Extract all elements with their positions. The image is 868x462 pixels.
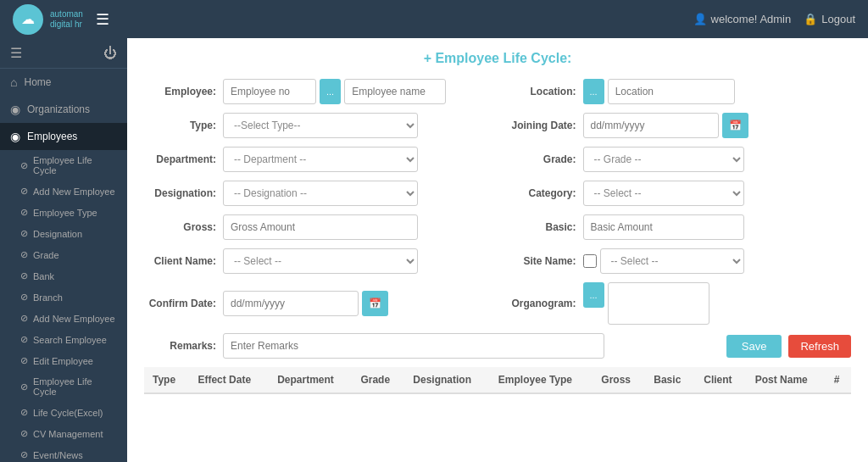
type-label: Type: [144, 120, 216, 131]
main-layout: ☰ ⏻ ⌂ Home ◉ Organizations ◉ Employees ⊘… [0, 38, 868, 462]
col-gross: Gross [593, 367, 645, 393]
brand-logo-image: ☁ [13, 4, 43, 35]
client-name-select[interactable]: -- Select -- [223, 248, 418, 274]
content-area: + Employee Life Cycle: Employee: ... Loc… [127, 38, 868, 462]
site-name-input-group: -- Select -- [583, 248, 744, 274]
sidebar-item-grade[interactable]: ⊘ Grade [0, 244, 127, 265]
location-btn[interactable]: ... [583, 79, 604, 104]
site-name-select[interactable]: -- Select -- [600, 248, 744, 274]
sidebar-item-branch[interactable]: ⊘ Branch [0, 287, 127, 308]
form-title: + Employee Life Cycle: [144, 51, 851, 66]
employee-no-btn[interactable]: ... [320, 79, 341, 104]
content-wrapper: + Employee Life Cycle: Employee: ... Loc… [144, 51, 851, 394]
logout-label: Logout [821, 13, 855, 25]
form-row-type-joining: Type: --Select Type-- Joining Date: 📅 [144, 113, 851, 138]
sidebar-item-employee-type[interactable]: ⊘ Employee Type [0, 202, 127, 223]
sidebar-item-bank[interactable]: ⊘ Bank [0, 265, 127, 287]
category-label: Category: [504, 187, 576, 199]
grade-select[interactable]: -- Grade -- [583, 147, 744, 172]
sidebar-item-edit-employee[interactable]: ⊘ Edit Employee [0, 350, 127, 371]
table-header-row: Type Effect Date Department Grade Design… [144, 367, 851, 393]
ane-icon: ⊘ [20, 186, 28, 197]
form-group-joining-date: Joining Date: 📅 [504, 113, 852, 138]
sidebar-item-add-new-employee[interactable]: ⊘ Add New Employee [0, 181, 127, 202]
basic-input[interactable] [583, 214, 744, 240]
sidebar-item-home[interactable]: ⌂ Home [0, 69, 127, 96]
col-grade: Grade [352, 367, 404, 393]
site-name-label: Site Name: [504, 255, 576, 267]
se-icon: ⊘ [20, 334, 28, 345]
joining-date-cal-button[interactable]: 📅 [722, 113, 748, 138]
organogram-btn[interactable]: ... [583, 282, 604, 308]
sidebar-employees-label: Employees [27, 131, 77, 142]
col-hash: # [826, 367, 851, 393]
sidebar-item-employee-life-cycle2[interactable]: ⊘ Employee Life Cycle [0, 371, 127, 402]
lock-icon: 🔒 [804, 13, 817, 25]
sidebar-organizations-label: Organizations [27, 103, 90, 115]
sidebar-item-add-new-employee2[interactable]: ⊘ Add New Employee [0, 308, 127, 329]
site-name-checkbox[interactable] [583, 254, 597, 268]
confirm-date-input[interactable] [223, 291, 359, 316]
department-select[interactable]: -- Department -- [223, 147, 418, 172]
grade-icon: ⊘ [20, 249, 28, 260]
col-employee-type: Employee Type [490, 367, 593, 393]
confirm-date-cal-button[interactable]: 📅 [362, 291, 388, 316]
sidebar: ☰ ⏻ ⌂ Home ◉ Organizations ◉ Employees ⊘… [0, 38, 127, 462]
form-group-gross: Gross: [144, 214, 492, 240]
lce-icon: ⊘ [20, 407, 28, 418]
designation-select[interactable]: -- Designation -- [223, 181, 418, 206]
sidebar-item-designation[interactable]: ⊘ Designation [0, 223, 127, 244]
sidebar-item-employees[interactable]: ◉ Employees [0, 123, 127, 150]
refresh-button[interactable]: Refresh [788, 335, 851, 358]
save-button[interactable]: Save [726, 335, 782, 358]
form-group-confirm-date: Confirm Date: 📅 [144, 291, 492, 316]
type-select[interactable]: --Select Type-- [223, 113, 418, 138]
client-name-label: Client Name: [144, 255, 216, 267]
form-group-type: Type: --Select Type-- [144, 113, 492, 138]
sidebar-et-label: Employee Type [33, 208, 97, 218]
sidebar-grade-label: Grade [33, 250, 59, 260]
col-type: Type [144, 367, 189, 393]
hamburger-icon[interactable]: ☰ [96, 10, 109, 29]
location-input[interactable] [608, 79, 735, 104]
gross-label: Gross: [144, 221, 216, 233]
sidebar-item-cv-management[interactable]: ⊘ CV Management [0, 423, 127, 444]
form-group-employee: Employee: ... [144, 79, 492, 104]
employee-no-input[interactable] [223, 79, 316, 104]
sidebar-item-employee-life-cycle[interactable]: ⊘ Employee Life Cycle [0, 150, 127, 181]
sidebar-en-label: Event/News [33, 450, 83, 460]
gross-input[interactable] [223, 214, 418, 240]
sidebar-ane2-label: Add New Employee [33, 314, 115, 324]
col-designation: Designation [404, 367, 490, 393]
category-select[interactable]: -- Select -- [583, 181, 744, 206]
form-group-client: Client Name: -- Select -- [144, 248, 492, 274]
home-icon: ⌂ [10, 75, 17, 89]
sidebar-elc-label: Employee Life Cycle [33, 155, 117, 175]
form-group-organogram: Organogram: ... [504, 282, 852, 325]
col-effect-date: Effect Date [189, 367, 269, 393]
data-table: Type Effect Date Department Grade Design… [144, 367, 851, 394]
sidebar-item-organizations[interactable]: ◉ Organizations [0, 96, 127, 123]
sidebar-power-icon[interactable]: ⏻ [103, 46, 117, 61]
sidebar-lce-label: Life Cycle(Excel) [33, 408, 103, 418]
user-info: 👤 welcome! Admin [693, 13, 792, 25]
sidebar-item-life-cycle-excel[interactable]: ⊘ Life Cycle(Excel) [0, 402, 127, 423]
joining-date-wrapper: 📅 [583, 113, 748, 138]
brand-logo: ☁ automan digital hr [13, 4, 83, 35]
form-row-desig-category: Designation: -- Designation -- Category:… [144, 181, 851, 206]
sidebar-hamburger-icon[interactable]: ☰ [10, 45, 22, 61]
sidebar-se-label: Search Employee [33, 335, 107, 345]
form-row-client-site: Client Name: -- Select -- Site Name: -- … [144, 248, 851, 274]
ane2-icon: ⊘ [20, 313, 28, 324]
sidebar-item-event-news[interactable]: ⊘ Event/News [0, 444, 127, 462]
sidebar-ee-label: Edit Employee [33, 356, 93, 366]
remarks-input[interactable] [223, 333, 604, 359]
cloud-icon: ☁ [21, 11, 35, 27]
sidebar-item-search-employee[interactable]: ⊘ Search Employee [0, 329, 127, 350]
employee-name-input[interactable] [344, 79, 446, 104]
logout-button[interactable]: 🔒 Logout [804, 13, 855, 25]
elc2-icon: ⊘ [20, 381, 28, 392]
organogram-textarea[interactable] [608, 282, 709, 325]
joining-date-input[interactable] [583, 113, 719, 138]
form-group-department: Department: -- Department -- [144, 147, 492, 172]
